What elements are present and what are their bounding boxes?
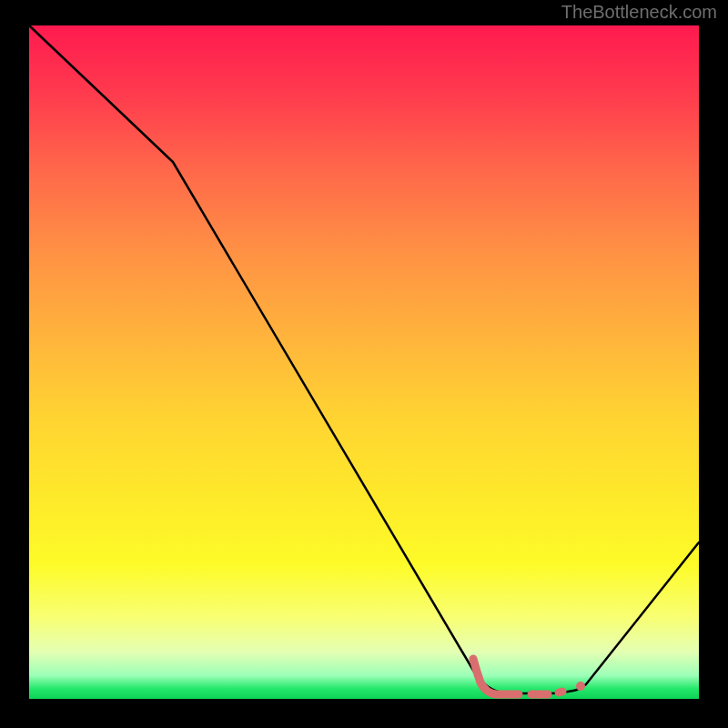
plot-area-gradient bbox=[29, 25, 699, 699]
watermark-text: TheBottleneck.com bbox=[561, 2, 717, 23]
chart-container: TheBottleneck.com bbox=[0, 0, 728, 728]
